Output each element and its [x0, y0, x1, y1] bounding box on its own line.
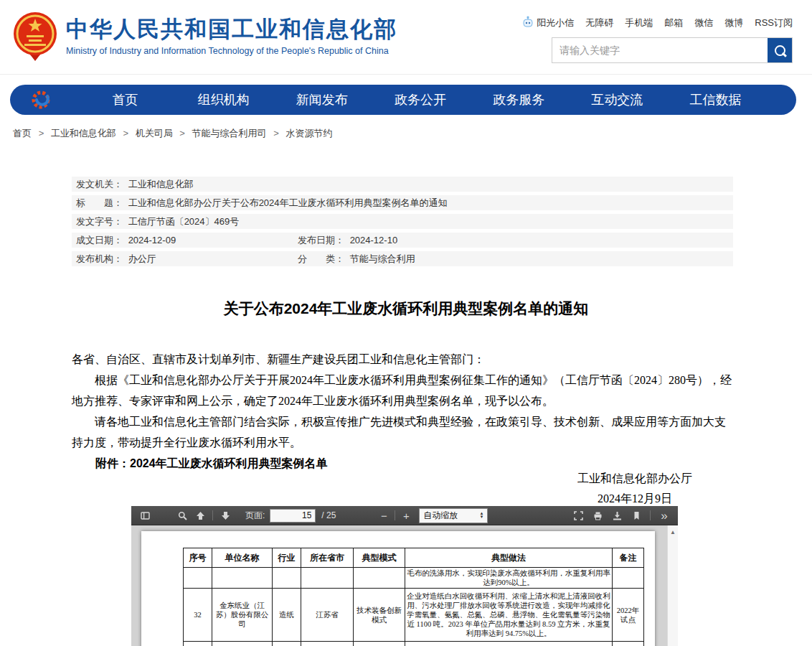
signature-block: 工业和信息化部办公厅 2024年12月9日 [577, 469, 692, 509]
breadcrumb-separator: > [39, 128, 44, 139]
zoom-out-icon[interactable]: − [377, 510, 390, 522]
breadcrumb-home[interactable]: 首页 [13, 128, 32, 139]
table-header-row: 序号 单位名称 行业 所在省市 典型模式 典型做法 备注 [184, 548, 644, 568]
col-header-province: 所在省市 [301, 548, 354, 568]
cell-model [354, 568, 405, 589]
cell-model [354, 642, 405, 646]
cell-note [613, 568, 644, 589]
more-tools-glyph: » [661, 510, 667, 522]
breadcrumb-separator: > [273, 128, 279, 139]
article-salutation: 各省、自治区、直辖市及计划单列市、新疆生产建设兵团工业和信息化主管部门： [72, 349, 733, 370]
meta-label: 成文日期： [76, 235, 123, 245]
toolbar-divider [212, 510, 213, 520]
meta-value: 节能与综合利用 [350, 253, 415, 264]
pdf-viewer: 页面: / 25 − + 自动缩放 ▲▼ [131, 506, 678, 646]
meta-label: 发布日期： [298, 235, 344, 245]
quick-link-sunshine[interactable]: 阳光小信 [522, 16, 574, 30]
print-icon[interactable] [590, 507, 605, 523]
scroll-up-icon[interactable]: ▲ [668, 529, 678, 535]
quick-links: 阳光小信 无障碍 手机端 邮箱 微信 微博 RSS订阅 [522, 16, 793, 30]
cell-seq [184, 568, 212, 589]
col-header-note: 备注 [613, 548, 644, 568]
col-header-industry: 行业 [273, 548, 301, 568]
national-emblem-icon [13, 11, 57, 61]
cell-practice [405, 642, 613, 646]
nav-item-organization[interactable]: 组织机构 [174, 91, 273, 108]
breadcrumb-energy-dept[interactable]: 节能与综合利用司 [192, 128, 267, 139]
page-up-icon[interactable] [192, 507, 208, 523]
site-title: 中华人民共和国工业和信息化部 [66, 17, 397, 42]
meta-row-doc-number: 发文字号： 工信厅节函〔2024〕469号 [72, 214, 733, 229]
download-icon[interactable] [609, 507, 625, 523]
cell-industry [273, 568, 301, 589]
attachment-label: 附件： [95, 457, 130, 469]
site-subtitle: Ministry of Industry and Information Tec… [66, 46, 397, 56]
cell-practice: 企业对造纸白水回收循环利用、浓缩上清水和泥上清液回收利用、污水处理厂排放水回收等… [405, 589, 613, 642]
meta-row-org-category: 发布机构： 办公厅 分 类： 节能与综合利用 [72, 251, 733, 266]
pdf-toolbar-left: 页面: / 25 [137, 507, 336, 523]
miit-gear-icon [10, 88, 76, 111]
sidebar-toggle-icon[interactable] [137, 507, 153, 523]
zoom-select[interactable]: 自动缩放 ▲▼ [419, 508, 488, 523]
nav-item-news[interactable]: 新闻发布 [273, 91, 371, 108]
select-spinner-icon: ▲▼ [479, 512, 483, 519]
article-paragraph: 根据《工业和信息化部办公厅关于开展2024年工业废水循环利用典型案例征集工作的通… [72, 370, 733, 411]
nav-item-home[interactable]: 首页 [76, 91, 174, 108]
cell-name: 金东纸业（江苏）股份有限公司 [212, 589, 273, 642]
quick-link-mobile[interactable]: 手机端 [625, 17, 653, 29]
search-icon [775, 45, 785, 56]
search-button[interactable] [768, 38, 792, 62]
pdf-page: 序号 单位名称 行业 所在省市 典型模式 典型做法 备注 [141, 531, 655, 646]
breadcrumb-departments[interactable]: 机关司局 [136, 128, 173, 139]
cell-province: 江苏省 [301, 589, 354, 642]
page-down-icon[interactable] [217, 507, 233, 523]
page-number-input[interactable] [270, 509, 316, 523]
cell-note [613, 642, 644, 646]
table-row: 毛布的洗涤用水，实现印染废水高效循环利用，水重复利用率达到90%以上。 [184, 568, 644, 589]
meta-value: 工业和信息化部 [128, 179, 194, 189]
meta-pair-publish-date: 发布日期： 2024-12-10 [298, 233, 397, 248]
bookmark-icon[interactable] [628, 507, 644, 523]
breadcrumb-water-saving[interactable]: 水资源节约 [285, 128, 332, 139]
main-nav: 首页 组织机构 新闻发布 政务公开 政务服务 互动交流 工信数据 [10, 85, 796, 115]
nav-item-gov-disclosure[interactable]: 政务公开 [371, 91, 469, 108]
zoom-in-icon[interactable]: + [400, 510, 412, 522]
article-body: 各省、自治区、直辖市及计划单列市、新疆生产建设兵团工业和信息化主管部门： 根据《… [72, 349, 733, 453]
meta-value: 2024-12-10 [350, 235, 398, 245]
table-row [184, 642, 644, 646]
nav-item-data[interactable]: 工信数据 [666, 91, 765, 108]
search-bar [552, 37, 793, 63]
nav-item-gov-services[interactable]: 政务服务 [470, 91, 568, 108]
pdf-scrollbar[interactable]: ▲ [667, 525, 678, 646]
page-total-label: / 25 [321, 510, 336, 520]
table-row: 32 金东纸业（江苏）股份有限公司 造纸 江苏省 技术装备创新模式 企业对造纸白… [184, 589, 644, 642]
find-icon[interactable] [174, 507, 190, 523]
quick-link-weibo[interactable]: 微博 [724, 17, 743, 29]
col-header-model: 典型模式 [354, 548, 405, 568]
site-logo[interactable]: 中华人民共和国工业和信息化部 Ministry of Industry and … [13, 11, 397, 61]
nav-item-interaction[interactable]: 互动交流 [568, 91, 666, 108]
pdf-toolbar-right: » [570, 507, 672, 523]
cell-province [301, 642, 354, 646]
zoom-select-value: 自动缩放 [423, 510, 458, 522]
meta-row-issuing-agency: 发文机关： 工业和信息化部 [72, 177, 733, 192]
col-header-name: 单位名称 [212, 548, 273, 568]
breadcrumb-miit[interactable]: 工业和信息化部 [51, 128, 116, 139]
cell-seq: 32 [184, 589, 212, 642]
col-header-practice: 典型做法 [405, 548, 613, 568]
more-tools-icon[interactable]: » [656, 507, 672, 523]
quick-link-mail[interactable]: 邮箱 [664, 17, 683, 29]
quick-link-accessibility[interactable]: 无障碍 [585, 17, 613, 29]
search-input[interactable] [552, 38, 768, 62]
quick-link-wechat[interactable]: 微信 [694, 17, 713, 29]
attachment-link[interactable]: 2024年工业废水循环利用典型案例名单 [130, 457, 328, 469]
meta-label: 发布机构： [76, 253, 123, 264]
cell-industry [273, 642, 301, 646]
quick-link-rss[interactable]: RSS订阅 [755, 17, 793, 29]
document-meta-panel: 发文机关： 工业和信息化部 标 题： 工业和信息化部办公厅关于公布2024年工业… [72, 177, 733, 270]
pdf-toolbar: 页面: / 25 − + 自动缩放 ▲▼ [131, 506, 678, 525]
quick-link-label: 阳光小信 [537, 17, 574, 29]
cell-model: 技术装备创新模式 [354, 589, 405, 642]
presentation-mode-icon[interactable] [570, 507, 586, 523]
meta-row-dates: 成文日期： 2024-12-09 发布日期： 2024-12-10 [72, 233, 733, 248]
